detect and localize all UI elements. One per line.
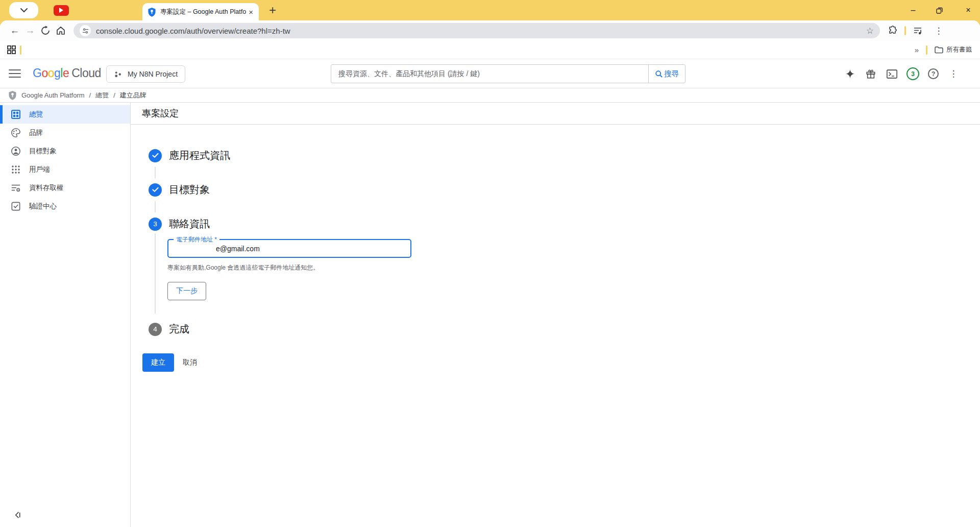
sidebar-item-label: 品牌 [29,128,43,137]
overview-icon [10,109,21,120]
sidebar-item-branding[interactable]: 品牌 [0,124,130,142]
browser-menu-button[interactable]: ⋮ [933,26,945,36]
gemini-sparkle-icon [845,68,855,79]
pinned-tab-youtube[interactable] [54,5,69,16]
sidebar-item-label: 資料存取權 [29,183,64,193]
logo-letter: g [54,66,60,80]
page-title: 專案設定 [142,107,179,119]
sidebar-item-audience[interactable]: 目標對象 [0,142,130,160]
step-label: 目標對象 [169,183,210,197]
free-trial-gift-button[interactable] [865,68,877,80]
sidebar-item-overview[interactable]: 總覽 [0,105,130,124]
step-number-badge: 4 [149,323,162,336]
step-finish[interactable]: 4 完成 [149,322,980,336]
theme-separator [926,45,927,55]
sidebar-item-label: 驗證中心 [29,202,57,211]
auth-platform-shield-icon [8,90,17,100]
search-button[interactable]: 搜尋 [648,65,685,83]
list-settings-icon [10,182,21,194]
url-text[interactable]: console.cloud.google.com/auth/overview/c… [96,27,862,35]
notifications-badge[interactable]: 3 [906,67,919,80]
browser-tab-strip: 專案設定 – Google Auth Platfo × + – × [0,0,980,20]
breadcrumb: Google Auth Platform / 總覽 / 建立品牌 [0,88,980,103]
extensions-button[interactable] [885,26,900,36]
folder-icon [935,46,943,54]
project-selector-button[interactable]: My N8N Project [106,65,185,83]
next-step-button[interactable]: 下一步 [167,282,206,300]
youtube-icon [54,5,69,16]
apps-grid-icon [7,45,16,54]
extensions-puzzle-icon [888,26,898,36]
logo-letter: G [33,66,41,80]
palette-icon [10,127,21,138]
breadcrumb-product[interactable]: Google Auth Platform [21,91,85,99]
gemini-button[interactable] [844,68,856,80]
step-done-icon [149,149,162,162]
all-bookmarks-button[interactable]: 所有書籤 [946,45,972,54]
console-nav-menu-button[interactable] [8,67,21,80]
search-input[interactable]: 搜尋資源、文件、產品和其他項目 (請按 / 鍵) [331,65,648,83]
email-field-value[interactable]: e@gmail.com [168,245,260,253]
step-connector [155,167,156,178]
cancel-button[interactable]: 取消 [183,358,197,367]
google-cloud-logo[interactable]: GoogleCloud [33,66,101,80]
browser-toolbar: ← → console.cloud.google.com/auth/overvi… [0,20,980,41]
media-controls-button[interactable] [910,26,925,36]
chevron-down-icon [20,8,28,13]
restore-icon [936,7,943,14]
site-info-button[interactable] [80,25,91,36]
main-panel: 專案設定 應用程式資訊 目標對象 [131,103,980,527]
home-button[interactable] [53,26,68,36]
help-button[interactable]: ? [928,68,939,79]
step-audience[interactable]: 目標對象 [149,183,980,197]
window-maximize-button[interactable] [936,7,945,14]
window-close-button[interactable]: × [964,6,973,15]
tab-close-icon[interactable]: × [247,8,255,16]
contact-info-form: 電子郵件地址 * e@gmail.com 專案如有異動,Google 會透過這些… [155,233,980,314]
apps-dots-icon [10,164,21,175]
search-icon [655,70,663,78]
step-number-badge: 3 [149,218,162,231]
reload-icon [40,26,51,36]
logo-letter: e [63,66,69,80]
sidebar-item-clients[interactable]: 用戶端 [0,160,130,179]
step-contact-info[interactable]: 3 聯絡資訊 [149,217,980,231]
collapse-chevron-icon [14,511,21,519]
window-minimize-button[interactable]: – [909,6,918,15]
tab-title: 專案設定 – Google Auth Platfo [160,8,247,16]
bookmark-star-icon[interactable]: ☆ [866,26,874,36]
media-playlist-icon [913,26,923,36]
cloud-shell-button[interactable] [886,68,898,80]
sidebar-collapse-button[interactable] [11,509,23,521]
step-label: 聯絡資訊 [169,217,210,231]
sidebar-item-verification-center[interactable]: 驗證中心 [0,197,130,215]
breadcrumb-separator: / [89,91,91,99]
bookmarks-overflow-button[interactable]: » [915,45,919,54]
sidebar: 總覽 品牌 目標對象 用戶端 [0,103,131,527]
step-label: 完成 [169,322,189,336]
project-icon [114,70,122,79]
url-bar[interactable]: console.cloud.google.com/auth/overview/c… [74,23,880,38]
sidebar-item-data-access[interactable]: 資料存取權 [0,179,130,197]
step-connector [155,201,156,212]
back-button[interactable]: ← [7,25,22,36]
browser-tab-active[interactable]: 專案設定 – Google Auth Platfo × [142,3,259,20]
sidebar-item-label: 用戶端 [29,165,50,174]
window-controls: – × [909,0,973,20]
new-tab-button[interactable]: + [269,4,276,16]
reload-button[interactable] [38,26,53,36]
email-field[interactable]: 電子郵件地址 * e@gmail.com [167,239,411,258]
forward-button[interactable]: → [22,25,38,36]
console-search-bar[interactable]: 搜尋資源、文件、產品和其他項目 (請按 / 鍵) 搜尋 [331,64,685,83]
apps-shortcut-button[interactable] [7,45,16,54]
email-helper-text: 專案如有異動,Google 會透過這些電子郵件地址通知您。 [167,264,980,272]
step-app-info[interactable]: 應用程式資訊 [149,149,980,162]
breadcrumb-overview[interactable]: 總覽 [95,91,109,100]
create-button[interactable]: 建立 [142,353,174,372]
tab-search-button[interactable] [9,2,38,18]
logo-letter: o [41,66,47,80]
email-field-label: 電子郵件地址 * [174,235,219,244]
console-more-button[interactable]: ⋮ [947,68,960,79]
setup-stepper: 應用程式資訊 目標對象 3 聯絡資訊 電 [131,125,980,372]
step-done-icon [149,183,162,197]
